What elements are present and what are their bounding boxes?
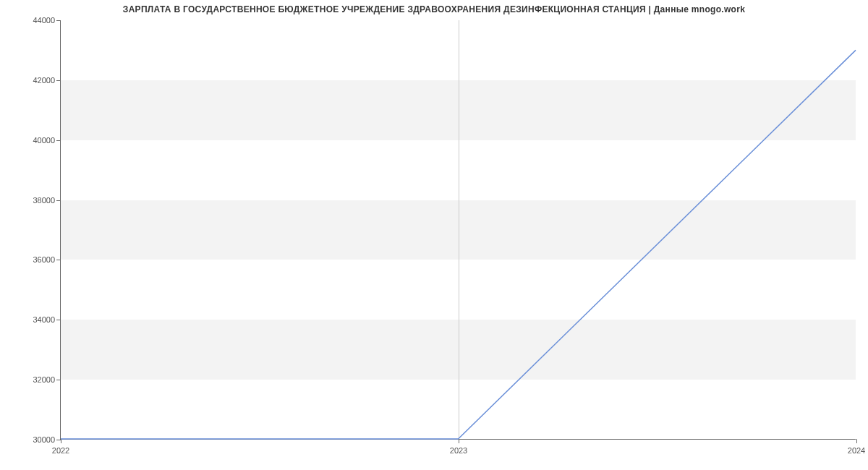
y-tick-label: 42000 <box>26 76 55 85</box>
line-layer <box>61 20 856 439</box>
x-tick-label: 2022 <box>52 446 69 455</box>
data-line <box>61 50 856 439</box>
y-tick-label: 34000 <box>26 315 55 324</box>
y-tick-label: 38000 <box>26 196 55 205</box>
y-tick-label: 32000 <box>26 375 55 384</box>
x-tick-label: 2024 <box>848 446 865 455</box>
y-tick-label: 44000 <box>26 16 55 25</box>
plot-area: 30000 32000 34000 36000 38000 40000 4200… <box>60 20 856 440</box>
x-tick <box>459 439 459 443</box>
y-tick-label: 36000 <box>26 255 55 264</box>
chart-title: ЗАРПЛАТА В ГОСУДАРСТВЕННОЕ БЮДЖЕТНОЕ УЧР… <box>0 4 868 14</box>
y-tick-label: 40000 <box>26 136 55 145</box>
y-tick-label: 30000 <box>26 435 55 444</box>
x-tick-label: 2023 <box>450 446 467 455</box>
x-tick <box>61 439 61 443</box>
x-tick <box>856 439 857 443</box>
